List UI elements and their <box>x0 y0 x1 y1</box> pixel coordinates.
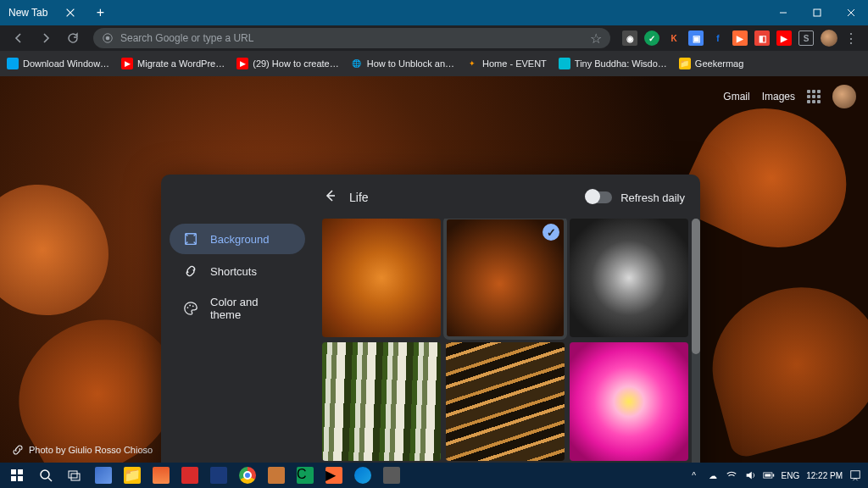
volume-icon[interactable] <box>744 469 756 481</box>
reload-button[interactable] <box>61 26 85 50</box>
taskbar-app[interactable] <box>349 463 376 487</box>
check-icon: ✓ <box>542 224 559 241</box>
apps-launcher-icon[interactable] <box>807 90 821 103</box>
taskbar-app[interactable]: C <box>292 463 319 487</box>
extension-icon[interactable]: K <box>666 30 682 46</box>
bookmark-item[interactable]: Tiny Buddha: Wisdo… <box>559 58 667 69</box>
svg-point-5 <box>189 305 191 307</box>
tray-chevron-icon[interactable]: ^ <box>688 469 700 481</box>
windows-taskbar: 📁 C ▶ ^ ☁ ENG 12:22 PM <box>0 463 868 488</box>
bookmark-label: How to Unblock an… <box>367 58 454 69</box>
taskbar-app[interactable] <box>263 463 290 487</box>
svg-rect-10 <box>18 476 23 481</box>
svg-rect-7 <box>11 469 16 474</box>
bookmark-favicon: ✦ <box>466 58 478 69</box>
bookmark-item[interactable]: 📁Geekermag <box>679 58 743 69</box>
svg-point-11 <box>41 470 49 479</box>
forward-button[interactable] <box>34 26 58 50</box>
sidebar-item-shortcuts[interactable]: Shortcuts <box>170 256 305 286</box>
bookmark-label: Migrate a WordPre… <box>137 58 225 69</box>
taskbar-app[interactable] <box>176 463 203 487</box>
close-tab-icon[interactable] <box>64 7 76 19</box>
extension-icon[interactable]: ◉ <box>622 30 637 46</box>
window-titlebar: New Tab + <box>0 0 868 25</box>
minimize-window-button[interactable] <box>766 0 800 25</box>
bookmark-favicon <box>7 58 19 69</box>
images-link[interactable]: Images <box>762 91 795 103</box>
svg-point-2 <box>106 36 110 41</box>
bookmark-favicon: ▶ <box>236 58 248 69</box>
new-tab-button[interactable]: + <box>92 4 108 21</box>
background-thumbnail[interactable] <box>446 342 565 461</box>
profile-avatar[interactable] <box>821 30 837 47</box>
profile-avatar[interactable] <box>832 85 856 108</box>
task-view-button[interactable] <box>61 463 88 487</box>
extension-icon[interactable]: ▶ <box>776 30 792 46</box>
sidebar-item-background[interactable]: Background <box>170 224 305 254</box>
language-indicator[interactable]: ENG <box>782 471 800 480</box>
taskbar-app[interactable] <box>90 463 117 487</box>
ntp-background: Gmail Images Photo by Giulio Rosso Chios… <box>0 76 868 463</box>
scrollbar-thumb[interactable] <box>692 219 700 354</box>
maximize-window-button[interactable] <box>800 0 834 25</box>
link-icon <box>183 263 198 279</box>
taskbar-app[interactable]: 📁 <box>119 463 146 487</box>
taskbar-app-chrome[interactable] <box>234 463 261 487</box>
clock[interactable]: 12:22 PM <box>806 471 843 480</box>
background-thumbnail[interactable] <box>570 342 688 461</box>
bookmark-item[interactable]: 🌐How to Unblock an… <box>351 58 454 69</box>
back-button[interactable] <box>7 26 31 50</box>
extension-icon[interactable]: S <box>798 30 814 46</box>
gmail-link[interactable]: Gmail <box>723 91 749 103</box>
thumbnail-scroll[interactable]: ✓ <box>322 219 700 463</box>
sidebar-item-color-theme[interactable]: Color and theme <box>170 288 305 329</box>
browser-tab[interactable]: New Tab <box>0 0 85 25</box>
customize-modal: Background Shortcuts Color and theme Lif… <box>161 175 700 463</box>
bookmark-item[interactable]: Download Window… <box>7 58 109 69</box>
background-thumbnail[interactable] <box>322 219 441 337</box>
background-thumbnail[interactable] <box>322 342 441 461</box>
taskbar-app[interactable] <box>205 463 232 487</box>
modal-sidebar: Background Shortcuts Color and theme <box>161 175 314 463</box>
extension-icons: ◉ ✓ K ▣ f ▶ ◧ ▶ S <box>619 30 817 46</box>
onedrive-icon[interactable]: ☁ <box>707 469 719 481</box>
chrome-menu-button[interactable]: ⋮ <box>841 30 861 47</box>
extension-icon[interactable]: ▣ <box>688 30 704 46</box>
bookmark-star-icon[interactable]: ☆ <box>590 30 602 47</box>
close-window-button[interactable] <box>834 0 868 25</box>
svg-point-6 <box>192 305 194 307</box>
bookmark-label: (29) How to create… <box>253 58 338 69</box>
taskbar-app[interactable] <box>147 463 175 487</box>
bookmark-item[interactable]: ▶Migrate a WordPre… <box>121 58 225 69</box>
bookmark-favicon: ▶ <box>121 58 133 69</box>
bookmark-favicon <box>559 58 570 69</box>
wifi-icon[interactable] <box>726 469 737 481</box>
svg-rect-8 <box>18 469 23 474</box>
omnibox[interactable]: Search Google or type a URL ☆ <box>93 28 610 48</box>
bookmark-item[interactable]: ✦Home - EVENT <box>466 58 547 69</box>
refresh-daily-label: Refresh daily <box>620 191 685 204</box>
svg-rect-9 <box>11 476 16 481</box>
extension-icon[interactable]: ◧ <box>754 30 770 46</box>
search-button[interactable] <box>32 463 59 487</box>
back-arrow-icon[interactable] <box>322 188 337 207</box>
browser-toolbar: Search Google or type a URL ☆ ◉ ✓ K ▣ f … <box>0 25 868 51</box>
bookmark-item[interactable]: ▶(29) How to create… <box>236 58 338 69</box>
taskbar-app[interactable] <box>378 463 405 487</box>
sidebar-item-label: Shortcuts <box>210 265 257 278</box>
system-tray: ^ ☁ ENG 12:22 PM <box>688 469 865 481</box>
extension-icon[interactable]: ▶ <box>732 30 748 46</box>
bookmark-favicon: 🌐 <box>351 58 363 69</box>
background-thumbnail[interactable]: ✓ <box>446 219 565 337</box>
battery-icon[interactable] <box>763 469 775 481</box>
svg-rect-13 <box>71 474 80 480</box>
taskbar-app[interactable]: ▶ <box>320 463 348 487</box>
extension-icon[interactable]: f <box>710 30 726 46</box>
thumbnail-grid: ✓ <box>322 219 700 463</box>
start-button[interactable] <box>3 463 31 487</box>
refresh-daily-toggle[interactable] <box>587 191 612 203</box>
extension-icon[interactable]: ✓ <box>644 30 659 46</box>
notifications-icon[interactable] <box>849 469 861 481</box>
background-thumbnail[interactable] <box>570 219 688 337</box>
svg-point-4 <box>187 307 189 308</box>
